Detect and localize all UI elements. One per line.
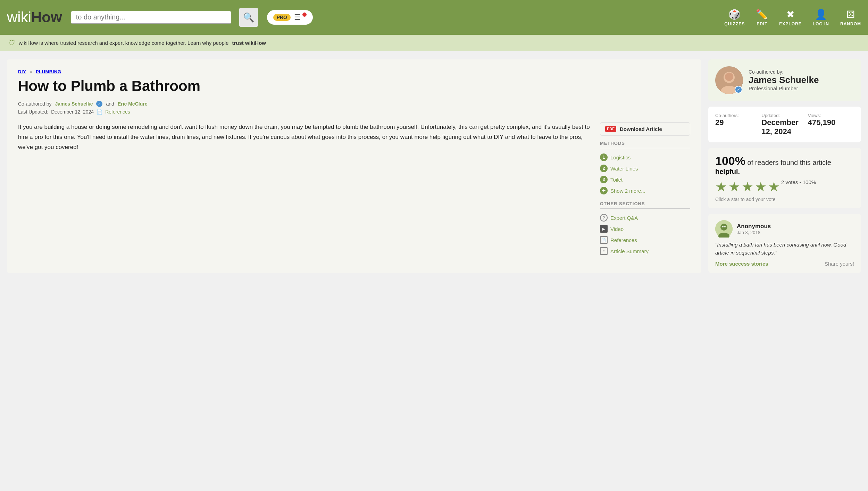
other-label-summary: Article Summary <box>610 248 649 254</box>
other-item-video[interactable]: ▶ Video <box>600 223 690 234</box>
right-sidebar: ✓ Co-authored by: James Schuelke Profess… <box>708 59 861 273</box>
site-logo[interactable]: wikiHow <box>7 9 62 26</box>
download-label: Download Article <box>620 126 662 132</box>
shield-icon: 🛡 <box>8 39 15 47</box>
logo-how: How <box>31 9 62 26</box>
rating-text: of readers found this article <box>748 159 831 166</box>
rating-top: 100% of readers found this article helpf… <box>715 154 854 176</box>
logo-wiki: wiki <box>7 9 31 26</box>
author1-link[interactable]: James Schuelke <box>55 101 93 107</box>
pro-badge: PRO <box>273 14 291 21</box>
article-section: DIY » PLUMBING How to Plumb a Bathroom C… <box>7 59 701 273</box>
star-3[interactable]: ★ <box>742 179 753 194</box>
trust-link[interactable]: trust wikiHow <box>232 40 266 46</box>
references-icon: 📄 <box>600 236 608 244</box>
explore-label: EXPLORE <box>779 22 801 26</box>
author2-link[interactable]: Eric McClure <box>118 101 148 107</box>
other-item-qa[interactable]: ? Expert Q&A <box>600 212 690 223</box>
search-input[interactable] <box>76 13 226 21</box>
breadcrumb-separator: » <box>30 69 32 74</box>
main-nav: 🎲 QUIZZES ✏️ EDIT ✖ EXPLORE 👤 LOG IN ⚄ R… <box>724 9 861 26</box>
comment-user: Anonymous Jan 3, 2018 <box>715 220 854 238</box>
method-num-2: 2 <box>600 165 608 172</box>
article-body: If you are building a house or doing som… <box>18 122 593 257</box>
breadcrumb-plumbing[interactable]: PLUMBING <box>36 69 61 74</box>
star-1[interactable]: ★ <box>715 179 727 194</box>
votes-text: 2 votes - 100% <box>781 179 816 194</box>
search-button[interactable]: 🔍 <box>239 8 258 27</box>
method-item-3[interactable]: 3 Toilet <box>600 174 690 185</box>
method-item-1[interactable]: 1 Logistics <box>600 152 690 163</box>
author-info: Co-authored by: James Schuelke Professio… <box>749 69 819 91</box>
search-bar <box>71 11 231 24</box>
author-card: ✓ Co-authored by: James Schuelke Profess… <box>708 59 861 101</box>
svg-point-5 <box>720 224 727 231</box>
trust-text: wikiHow is where trusted research and ex… <box>19 40 229 46</box>
comment-meta: Anonymous Jan 3, 2018 <box>737 223 771 235</box>
breadcrumb-diy[interactable]: DIY <box>18 69 26 74</box>
other-item-references[interactable]: 📄 References <box>600 234 690 246</box>
login-label: LOG IN <box>813 22 829 26</box>
nav-edit[interactable]: ✏️ EDIT <box>756 9 768 26</box>
other-item-summary[interactable]: ≡ Article Summary <box>600 246 690 257</box>
last-updated-date: December 12, 2024 <box>51 109 94 115</box>
stats-card: Co-authors: 29 Updated: December 12, 202… <box>708 107 861 142</box>
comment-text: "Installing a bath fan has been confusin… <box>715 241 854 257</box>
nav-random[interactable]: ⚄ RANDOM <box>840 9 861 26</box>
and-text: and <box>106 101 114 107</box>
nav-quizzes[interactable]: 🎲 QUIZZES <box>724 9 745 26</box>
method-num-3: 3 <box>600 176 608 183</box>
method-label-1: Logistics <box>610 155 631 160</box>
explore-icon: ✖ <box>786 9 794 20</box>
coauthors-value: 29 <box>715 118 761 127</box>
commenter-name: Anonymous <box>737 223 771 230</box>
hamburger-icon: ☰ <box>294 13 301 22</box>
last-updated-label: Last Updated: <box>18 109 48 115</box>
trust-bar: 🛡 wikiHow is where trusted research and … <box>0 35 868 51</box>
stat-updated: Updated: December 12, 2024 <box>761 113 808 136</box>
nav-login[interactable]: 👤 LOG IN <box>813 9 829 26</box>
video-icon: ▶ <box>600 225 608 233</box>
nav-explore[interactable]: ✖ EXPLORE <box>779 9 801 26</box>
other-label-video: Video <box>610 226 624 232</box>
author-name: James Schuelke <box>749 75 819 85</box>
click-vote-text: Click a star to add your vote <box>715 197 854 202</box>
pdf-icon: PDF <box>605 126 616 132</box>
show-more-button[interactable]: + Show 2 more... <box>600 185 690 196</box>
edit-icon: ✏️ <box>756 9 768 20</box>
star-4[interactable]: ★ <box>755 179 767 194</box>
references-doc-icon: 📄 <box>97 109 102 115</box>
stars-container[interactable]: ★ ★ ★ ★ ★ 2 votes - 100% <box>715 179 854 194</box>
article-title: How to Plumb a Bathroom <box>18 78 690 94</box>
download-button[interactable]: PDF Download Article <box>600 122 690 136</box>
method-label-2: Water Lines <box>610 166 638 172</box>
avatar-verified-badge: ✓ <box>735 86 742 93</box>
updated-value: December 12, 2024 <box>761 118 808 136</box>
article-lower: If you are building a house or doing som… <box>18 122 690 257</box>
other-label-qa: Expert Q&A <box>610 215 638 221</box>
other-label-references: References <box>610 237 637 243</box>
method-item-2[interactable]: 2 Water Lines <box>600 163 690 174</box>
rating-helpful: helpful. <box>715 168 740 175</box>
references-link[interactable]: References <box>105 109 130 115</box>
edit-label: EDIT <box>757 22 767 26</box>
star-5[interactable]: ★ <box>768 179 780 194</box>
coauthored-prefix: Co-authored by <box>18 101 52 107</box>
other-sections-header: OTHER SECTIONS <box>600 201 690 209</box>
updated-label: Updated: <box>761 113 808 118</box>
comment-footer: More success stories Share yours! <box>715 261 854 267</box>
share-yours-link[interactable]: Share yours! <box>825 261 854 267</box>
author-avatar: ✓ <box>715 66 743 94</box>
date-line: Last Updated: December 12, 2024 📄 Refere… <box>18 109 690 115</box>
breadcrumb: DIY » PLUMBING <box>18 69 690 74</box>
pro-menu-button[interactable]: PRO ☰ <box>267 10 313 25</box>
star-2[interactable]: ★ <box>728 179 740 194</box>
commenter-svg <box>715 220 733 238</box>
svg-point-8 <box>724 226 726 227</box>
more-stories-link[interactable]: More success stories <box>715 261 768 267</box>
views-label: Views: <box>808 113 854 118</box>
random-label: RANDOM <box>840 22 861 26</box>
commenter-avatar <box>715 220 733 238</box>
login-icon: 👤 <box>815 9 827 20</box>
method-label-3: Toilet <box>610 177 623 183</box>
